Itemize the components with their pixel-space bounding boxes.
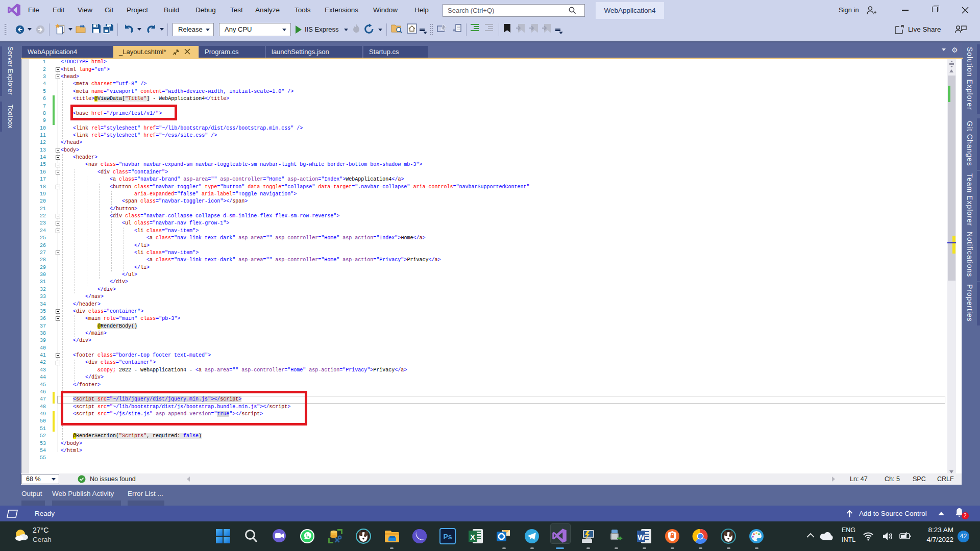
svg-text:Ps: Ps <box>443 533 452 541</box>
svg-text:X: X <box>470 533 475 541</box>
svg-text:W: W <box>638 533 645 541</box>
